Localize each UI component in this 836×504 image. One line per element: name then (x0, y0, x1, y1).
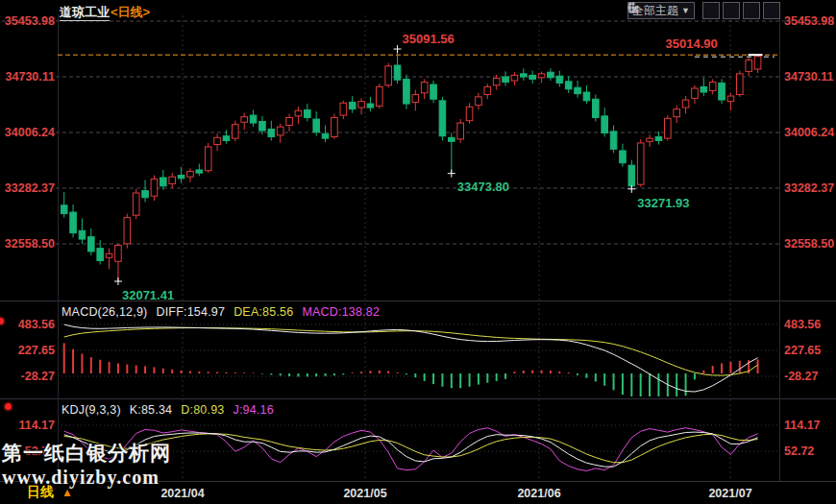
page-title: 道琼工业<日线> (60, 4, 150, 21)
kdj-d-value: D:80.93 (181, 403, 224, 417)
price-axis-label: 52.72 (784, 444, 814, 458)
triangle-up-icon: ▲ (61, 486, 73, 499)
chart-window: 32071.4135091.5633473.8033271.9335014.90… (0, 0, 836, 504)
x-axis-label: 2021/05 (343, 487, 386, 500)
price-axis-label: 33282.37 (5, 181, 55, 195)
x-axis-label: 2021/04 (160, 487, 204, 500)
price-axis-label: 34006.24 (5, 126, 55, 139)
y-axis-scale-icon[interactable] (723, 2, 740, 19)
price-axis-label: 35453.98 (784, 14, 834, 28)
price-axis-label: 33282.37 (784, 181, 834, 195)
pan-right-icon[interactable] (763, 2, 780, 19)
price-axis-label: 227.65 (18, 344, 55, 357)
price-axis-label: 34730.11 (784, 70, 833, 84)
macd-diff-value: DIFF:154.97 (156, 305, 225, 319)
kdj-k-value: K:85.34 (130, 403, 173, 417)
kdj-panel-marker-icon[interactable] (5, 403, 12, 410)
macd-dea-value: DEA:85.56 (234, 305, 293, 319)
price-axis-label: 35453.98 (5, 14, 55, 28)
price-axis-label: 114.17 (784, 419, 821, 432)
price-axis-label: 32558.50 (5, 237, 55, 251)
toolbar: 全部主题 ▼ (627, 2, 780, 19)
period-tag: <日线> (111, 5, 150, 19)
price-axis-label: 34730.11 (6, 70, 55, 84)
watermark-site-url: www.diyizby.com (2, 467, 160, 489)
price-axis-label: 34006.24 (784, 126, 834, 139)
tab-period-daily[interactable]: 日线▲ (27, 484, 73, 501)
x-axis-label: 2021/07 (708, 487, 751, 500)
macd-name: MACD(26,12,9) (61, 305, 147, 319)
price-axis-label: 483.56 (784, 318, 821, 331)
price-axis-label: -28.27 (784, 370, 818, 383)
main-plot-area[interactable] (60, 15, 780, 299)
kdj-j-value: J:94.16 (233, 403, 273, 417)
price-axis-label: 227.65 (784, 344, 821, 357)
kdj-name: KDJ(9,3,3) (61, 403, 121, 417)
x-axis-label: 2021/06 (517, 487, 560, 500)
macd-indicator-header[interactable]: MACD(26,12,9)DIFF:154.97DEA:85.56MACD:13… (61, 305, 388, 319)
price-axis-label: -28.27 (21, 370, 55, 383)
chart-canvas: 32071.4135091.5633473.8033271.9335014.90… (0, 0, 836, 504)
kdj-indicator-header[interactable]: KDJ(9,3,3)K:85.34D:80.93J:94.16 (61, 403, 283, 417)
price-axis-label: 483.56 (18, 318, 55, 331)
x-axis-scale-icon[interactable] (743, 2, 760, 19)
chevron-down-icon: ▼ (681, 6, 690, 15)
pan-right-glyph (627, 2, 639, 13)
macd-bar-value: MACD:138.82 (302, 305, 380, 319)
price-axis-label: 32558.50 (784, 237, 834, 251)
price-axis-label: 114.17 (18, 419, 55, 432)
crosshair-grid-icon[interactable] (702, 2, 720, 19)
watermark-site-name: 第一纸白银分析网 (2, 440, 171, 467)
period-label: 日线 (27, 484, 54, 499)
theme-dropdown-label: 全部主题 (632, 3, 678, 19)
instrument-name: 道琼工业 (60, 5, 110, 21)
